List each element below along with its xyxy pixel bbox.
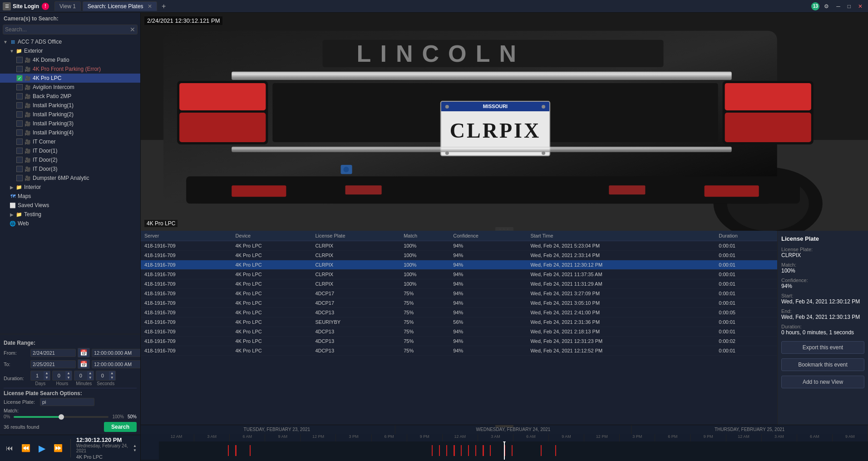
tree-item-install4[interactable]: 🎥 Install Parking(4) <box>0 128 140 137</box>
tree-item-web[interactable]: 🌐 Web <box>0 219 140 228</box>
table-row[interactable]: 418-1916-7094K Pro LPC4DCP1375%94%Wed, F… <box>141 308 777 317</box>
bookmark-event-button[interactable]: Bookmark this event <box>781 358 864 371</box>
table-row[interactable]: 418-1916-7094K Pro LPC4DCP1375%94%Wed, F… <box>141 327 777 337</box>
col-server[interactable]: Server <box>141 231 232 241</box>
tree-item-install1[interactable]: 🎥 Install Parking(1) <box>0 101 140 110</box>
minutes-up-button[interactable]: ▲ <box>87 371 94 376</box>
minimize-button[interactable]: ─ <box>833 2 843 10</box>
search-clear-icon[interactable]: ✕ <box>130 26 135 33</box>
tree-item-4k-lpc[interactable]: ✓ 🎥 4K Pro LPC <box>0 74 140 83</box>
add-tab-button[interactable]: + <box>159 2 168 10</box>
timeline-resize-handle[interactable]: · · · <box>495 425 513 427</box>
tree-item-exterior[interactable]: ▼ 📁 Exterior <box>0 46 140 55</box>
skip-back-button[interactable]: ⏮ <box>4 443 15 453</box>
playback-time-up-button[interactable]: ▲ <box>133 444 137 448</box>
table-row[interactable]: 418-1916-7094K Pro LPC4DCP1375%94%Wed, F… <box>141 337 777 346</box>
col-match[interactable]: Match <box>400 231 449 241</box>
checkbox-dumpster[interactable] <box>16 175 23 181</box>
frame-back-button[interactable]: ⏪ <box>19 443 33 453</box>
tree-item-4k-front[interactable]: 🎥 4K Pro Front Parking (Error) <box>0 64 140 74</box>
days-down-button[interactable]: ▼ <box>44 376 50 380</box>
checkbox-4k-dome[interactable] <box>16 57 23 63</box>
from-time-input[interactable] <box>92 349 141 357</box>
tree-item-maps[interactable]: 🗺 Maps <box>0 192 140 201</box>
tree-item-dumpster[interactable]: 🎥 Dumpster 6MP Analytic <box>0 173 140 183</box>
camera-search-input[interactable] <box>5 26 130 33</box>
checkbox-it-door2[interactable] <box>16 157 23 163</box>
col-device[interactable]: Device <box>232 231 312 241</box>
tab-search-lp[interactable]: Search: License Plates ✕ <box>83 1 157 11</box>
export-event-button[interactable]: Export this event <box>781 341 864 354</box>
add-to-view-button[interactable]: Add to new View <box>781 376 864 388</box>
checkbox-4k-lpc[interactable]: ✓ <box>16 75 23 81</box>
table-row[interactable]: 418-1916-7094K Pro LPCCLRPIX100%94%Wed, … <box>141 251 777 260</box>
timeline-body[interactable]: 12 AM 3 AM 6 AM 9 AM 12 PM 3 PM 6 PM 9 P… <box>141 434 868 461</box>
to-date-input[interactable] <box>30 360 76 368</box>
to-time-input[interactable] <box>92 360 141 368</box>
playback-time-down-button[interactable]: ▼ <box>133 448 137 453</box>
table-row[interactable]: 418-1916-7094K Pro LPCCLRPIX100%94%Wed, … <box>141 241 777 251</box>
tree-item-it-door1[interactable]: 🎥 IT Door(1) <box>0 146 140 155</box>
table-row[interactable]: 418-1916-7094K Pro LPC4DCP1775%94%Wed, F… <box>141 289 777 298</box>
table-row[interactable]: 418-1916-7094K Pro LPC4DCP1775%94%Wed, F… <box>141 298 777 308</box>
col-plate[interactable]: License Plate <box>311 231 400 241</box>
hours-up-button[interactable]: ▲ <box>65 371 72 376</box>
col-duration[interactable]: Duration <box>715 231 777 241</box>
tree-item-install3[interactable]: 🎥 Install Parking(3) <box>0 119 140 128</box>
tab-close-icon[interactable]: ✕ <box>148 3 152 10</box>
to-calendar-button[interactable]: 📅 <box>78 359 90 369</box>
seconds-up-button[interactable]: ▲ <box>109 371 115 376</box>
tree-item-testing[interactable]: ▶ 📁 Testing <box>0 210 140 219</box>
settings-button[interactable]: ⚙ <box>821 2 832 10</box>
play-button[interactable]: ▶ <box>36 442 48 455</box>
checkbox-back-patio[interactable] <box>16 93 23 99</box>
days-up-button[interactable]: ▲ <box>44 371 50 376</box>
tree-item-it-corner[interactable]: 🎥 IT Corner <box>0 137 140 146</box>
lp-plate-input[interactable] <box>40 398 94 406</box>
tree-item-interior[interactable]: ▶ 📁 Interior <box>0 183 140 192</box>
drag-handle-icon: · · · <box>502 425 507 428</box>
tree-item-install2[interactable]: 🎥 Install Parking(2) <box>0 110 140 119</box>
checkbox-install2[interactable] <box>16 111 23 118</box>
table-row[interactable]: 418-1916-7094K Pro LPCSEURIYBY75%56%Wed,… <box>141 317 777 327</box>
close-button[interactable]: ✕ <box>855 2 865 10</box>
checkbox-install4[interactable] <box>16 129 23 136</box>
days-input[interactable] <box>31 373 44 378</box>
frame-forward-button[interactable]: ⏩ <box>51 443 65 453</box>
video-resize-handle[interactable]: · · · <box>495 227 513 231</box>
table-row[interactable]: 418-1916-7094K Pro LPCCLRPIX100%94%Wed, … <box>141 260 777 270</box>
minutes-down-button[interactable]: ▼ <box>87 376 94 380</box>
svg-rect-15 <box>725 113 811 142</box>
table-row[interactable]: 418-1916-7094K Pro LPCCLRPIX100%94%Wed, … <box>141 279 777 289</box>
table-row[interactable]: 418-1916-7094K Pro LPCCLRPIX100%94%Wed, … <box>141 270 777 279</box>
checkbox-avigilon[interactable] <box>16 84 23 90</box>
hours-down-button[interactable]: ▼ <box>65 376 72 380</box>
col-start[interactable]: Start Time <box>527 231 715 241</box>
tree-item-it-door2[interactable]: 🎥 IT Door(2) <box>0 155 140 164</box>
from-date-input[interactable] <box>30 349 76 357</box>
hours-input[interactable] <box>53 373 65 378</box>
tree-item-avigilon[interactable]: 🎥 Avigilon Intercom <box>0 83 140 92</box>
checkbox-4k-front[interactable] <box>16 66 23 72</box>
tree-item-back-patio[interactable]: 🎥 Back Patio 2MP <box>0 92 140 101</box>
table-row[interactable]: 418-1916-7094K Pro LPC4DCP1375%94%Wed, F… <box>141 346 777 356</box>
timeline-events-layer[interactable] <box>141 441 868 460</box>
checkbox-it-door3[interactable] <box>16 166 23 172</box>
maximize-button[interactable]: □ <box>845 2 853 10</box>
search-button[interactable]: Search <box>104 422 137 432</box>
checkbox-it-corner[interactable] <box>16 139 23 145</box>
checkbox-install3[interactable] <box>16 120 23 127</box>
from-calendar-button[interactable]: 📅 <box>78 348 90 357</box>
checkbox-install1[interactable] <box>16 102 23 109</box>
minutes-input[interactable] <box>74 373 87 378</box>
checkbox-it-door1[interactable] <box>16 148 23 154</box>
tree-item-acc7[interactable]: ▼ ⊞ ACC 7 ADS Office <box>0 37 140 46</box>
match-slider-track[interactable] <box>14 416 108 418</box>
tree-item-it-door3[interactable]: 🎥 IT Door(3) <box>0 164 140 173</box>
tree-item-4k-dome[interactable]: 🎥 4K Dome Patio <box>0 55 140 64</box>
tree-item-saved-views[interactable]: ⬜ Saved Views <box>0 201 140 210</box>
col-confidence[interactable]: Confidence <box>449 231 527 241</box>
seconds-down-button[interactable]: ▼ <box>109 376 115 380</box>
tab-view1[interactable]: View 1 <box>54 1 81 11</box>
seconds-input[interactable] <box>96 373 109 378</box>
